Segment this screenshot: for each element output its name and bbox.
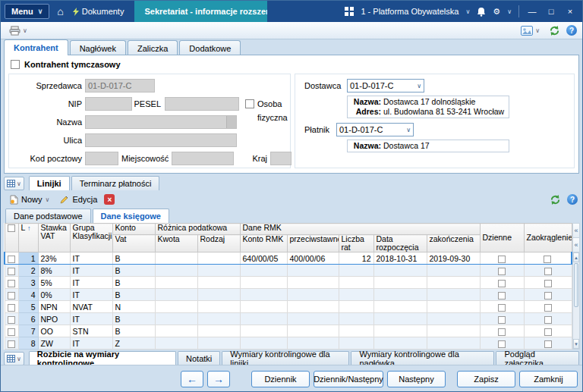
cell-konto-rmk[interactable] [240, 325, 287, 337]
cell-kwota[interactable] [155, 252, 197, 265]
cell-rodzaj[interactable] [197, 313, 240, 325]
cell-przeciwstawne[interactable] [287, 265, 339, 277]
cell-kwota[interactable] [155, 325, 197, 337]
cell-rodzaj[interactable] [197, 301, 240, 313]
scroll-down-icon[interactable]: ▼ [573, 339, 579, 349]
table-row[interactable]: 5 NPN NVAT N [5, 301, 572, 313]
cell-konto-rmk[interactable] [240, 277, 287, 289]
cell-dzienne[interactable] [480, 313, 524, 325]
zaokraglenie-checkbox[interactable] [544, 256, 551, 263]
help-icon[interactable]: ? [566, 25, 577, 36]
new-button[interactable]: Nowy ∨ [5, 193, 53, 206]
header-l[interactable]: L ↑ [18, 224, 38, 252]
row-number-cell[interactable]: 2 [18, 265, 38, 277]
cell-konto-vat[interactable]: B [112, 277, 155, 289]
select-all-checkbox[interactable] [8, 224, 15, 232]
cell-zakonczenia[interactable] [427, 301, 480, 313]
cell-grupa-klasyfikacji[interactable]: NVAT [70, 301, 112, 313]
zaokraglenie-checkbox[interactable] [544, 304, 552, 312]
cell-liczba-rat[interactable]: 12 [339, 252, 373, 265]
tab-rozbicie-wymiary[interactable]: Rozbicie na wymiary kontrolingowe [29, 351, 176, 365]
cell-przeciwstawne[interactable]: 400/00/06 [287, 252, 339, 265]
table-row[interactable]: 2 8% IT B [5, 265, 572, 277]
tab-podglad-zalacznika[interactable]: Podgląd załącznika [496, 351, 579, 365]
table-row[interactable]: 4 0% IT B [5, 289, 572, 301]
cell-zakonczenia[interactable] [427, 325, 480, 337]
cell-data-rozpoczecia[interactable] [373, 289, 427, 301]
cell-grupa-klasyfikacji[interactable]: IT [70, 337, 112, 350]
cell-przeciwstawne[interactable] [287, 277, 339, 289]
collapse-columns-icon[interactable]: « [573, 224, 579, 238]
header-grupa-klasyfikacji[interactable]: GrupaKlasyfikacji [70, 224, 112, 252]
row-number-cell[interactable]: 7 [18, 325, 38, 337]
chevron-down-icon[interactable]: ∨ [507, 8, 512, 15]
cell-kwota[interactable] [155, 301, 197, 313]
lines-layout-button[interactable]: ∨ [4, 177, 24, 190]
header-dane-rmk-group[interactable]: Dane RMK [240, 224, 480, 235]
nazwa-field[interactable] [85, 115, 237, 129]
cell-przeciwstawne[interactable] [287, 289, 339, 301]
cell-liczba-rat[interactable] [339, 313, 373, 325]
platnik-select[interactable]: 01-D-017-C ∨ [336, 123, 414, 136]
maximize-button[interactable]: □ [545, 7, 557, 16]
print-button[interactable]: ∨ [6, 24, 30, 37]
tab-naglowek[interactable]: Nagłówek [70, 40, 126, 55]
zaokraglenie-checkbox[interactable] [544, 328, 552, 336]
cell-zaokraglenie[interactable] [524, 289, 572, 301]
row-select-cell[interactable] [5, 301, 18, 313]
table-row[interactable]: 3 5% IT B [5, 277, 572, 289]
tab-dodatkowe[interactable]: Dodatkowe [179, 40, 241, 55]
row-checkbox[interactable] [8, 292, 15, 299]
cell-zakonczenia[interactable] [427, 277, 480, 289]
cell-grupa-klasyfikacji[interactable]: IT [70, 313, 112, 325]
cell-liczba-rat[interactable] [339, 289, 373, 301]
cell-konto-vat[interactable]: B [112, 313, 155, 325]
home-icon[interactable]: ⌂ [57, 5, 63, 17]
subtab-dane-podstawowe[interactable]: Dane podstawowe [5, 209, 91, 223]
cell-zakonczenia[interactable]: 2019-09-30 [427, 252, 480, 265]
cell-konto-vat[interactable]: B [112, 325, 155, 337]
cell-liczba-rat[interactable] [339, 337, 373, 350]
row-number-cell[interactable]: 1 [18, 252, 38, 265]
tab-notatki[interactable]: Notatki [178, 351, 220, 365]
row-checkbox[interactable] [8, 256, 15, 263]
tab-terminarz-platnosci[interactable]: Terminarz płatności [71, 176, 160, 190]
cell-konto-rmk[interactable]: 640/00/05 [240, 252, 287, 265]
select-all-cell[interactable] [5, 224, 18, 252]
tab-wymiary-naglowka[interactable]: Wymiary kontrolingowe dla nagłówka [351, 351, 494, 365]
dzienne-checkbox[interactable] [498, 316, 506, 324]
collapse-columns-icon[interactable]: « [573, 238, 579, 252]
header-rodzaj[interactable]: Rodzaj [197, 235, 240, 252]
row-select-cell[interactable] [5, 337, 18, 350]
row-number-cell[interactable]: 4 [18, 289, 38, 301]
cell-kwota[interactable] [155, 313, 197, 325]
cell-przeciwstawne[interactable] [287, 325, 339, 337]
header-przeciwstawne[interactable]: przeciwstawne [287, 235, 339, 252]
scrollbar-track[interactable] [573, 262, 579, 339]
row-number-cell[interactable]: 5 [18, 301, 38, 313]
cell-zakonczenia[interactable] [427, 313, 480, 325]
cell-kwota[interactable] [155, 277, 197, 289]
cell-rodzaj[interactable] [197, 337, 240, 350]
cell-konto-vat[interactable]: B [112, 252, 155, 265]
row-checkbox[interactable] [8, 340, 15, 348]
cell-stawka-vat[interactable]: ZW [38, 337, 70, 350]
minimize-button[interactable]: — [526, 7, 538, 16]
cell-dzienne[interactable] [480, 277, 524, 289]
cell-liczba-rat[interactable] [339, 325, 373, 337]
help-icon[interactable]: ? [567, 194, 578, 205]
refresh-icon[interactable] [550, 194, 561, 205]
cell-zaokraglenie[interactable] [524, 337, 572, 350]
row-select-cell[interactable] [5, 277, 18, 289]
row-checkbox[interactable] [8, 280, 15, 287]
row-select-cell[interactable] [5, 265, 18, 277]
row-checkbox[interactable] [8, 268, 15, 275]
row-select-cell[interactable] [5, 313, 18, 325]
dzienne-checkbox[interactable] [498, 292, 506, 299]
header-kwota[interactable]: Kwota [155, 235, 197, 252]
delete-icon[interactable]: × [104, 194, 115, 205]
cell-zaokraglenie[interactable] [524, 277, 572, 289]
row-checkbox[interactable] [8, 316, 15, 324]
cell-data-rozpoczecia[interactable] [373, 337, 427, 350]
dziennik-button[interactable]: Dziennik [251, 371, 310, 387]
